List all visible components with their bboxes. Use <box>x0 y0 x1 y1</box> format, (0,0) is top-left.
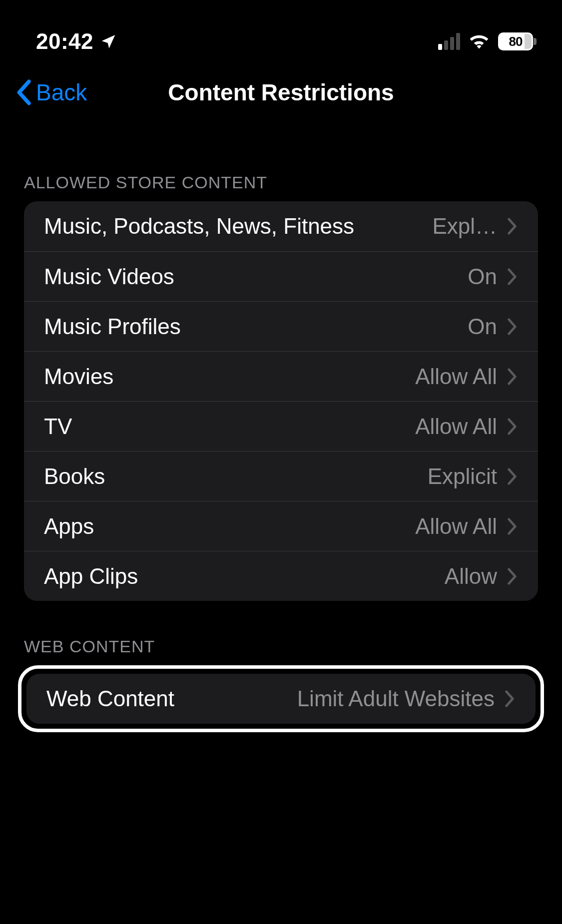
row-value: Allow All <box>415 364 497 389</box>
row-music-podcasts-news-fitness[interactable]: Music, Podcasts, News, Fitness Expl… <box>24 201 538 251</box>
row-label: TV <box>44 414 72 439</box>
nav-header: Back Content Restrictions <box>0 60 562 125</box>
chevron-right-icon <box>506 317 518 336</box>
row-value: Expl… <box>432 214 497 239</box>
group-store: Music, Podcasts, News, Fitness Expl… Mus… <box>24 201 538 601</box>
row-apps[interactable]: Apps Allow All <box>24 501 538 551</box>
section-header-web: WEB CONTENT <box>0 601 562 665</box>
row-label: Movies <box>44 364 113 389</box>
row-label: Music Videos <box>44 264 174 289</box>
row-value: Limit Adult Websites <box>297 686 495 711</box>
row-value: Allow <box>445 564 497 589</box>
row-tv[interactable]: TV Allow All <box>24 401 538 451</box>
row-movies[interactable]: Movies Allow All <box>24 351 538 401</box>
battery-level: 80 <box>509 34 523 49</box>
row-music-videos[interactable]: Music Videos On <box>24 251 538 301</box>
chevron-right-icon <box>506 417 518 436</box>
battery-icon: 80 <box>498 32 533 50</box>
row-web-content[interactable]: Web Content Limit Adult Websites <box>26 674 536 724</box>
back-button[interactable]: Back <box>0 79 87 106</box>
row-books[interactable]: Books Explicit <box>24 451 538 501</box>
status-bar: 20:42 80 <box>0 0 562 60</box>
row-music-profiles[interactable]: Music Profiles On <box>24 301 538 351</box>
chevron-right-icon <box>506 467 518 486</box>
highlighted-group-web: Web Content Limit Adult Websites <box>18 665 544 732</box>
row-app-clips[interactable]: App Clips Allow <box>24 551 538 601</box>
wifi-icon <box>468 32 490 51</box>
row-label: Music Profiles <box>44 314 181 339</box>
row-label: Music, Podcasts, News, Fitness <box>44 214 354 239</box>
chevron-right-icon <box>506 517 518 536</box>
group-web: Web Content Limit Adult Websites <box>26 674 536 724</box>
chevron-left-icon <box>15 79 32 105</box>
chevron-right-icon <box>504 689 516 708</box>
row-value: On <box>468 314 497 339</box>
status-left: 20:42 <box>36 29 116 54</box>
row-value: Allow All <box>415 414 497 439</box>
row-label: Web Content <box>46 686 174 711</box>
section-header-store: ALLOWED STORE CONTENT <box>0 125 562 201</box>
row-label: Apps <box>44 514 94 539</box>
row-value: Explicit <box>428 464 497 489</box>
row-value: On <box>468 264 497 289</box>
chevron-right-icon <box>506 217 518 236</box>
chevron-right-icon <box>506 367 518 386</box>
location-icon <box>100 29 116 54</box>
chevron-right-icon <box>506 267 518 286</box>
status-time: 20:42 <box>36 29 93 54</box>
status-right: 80 <box>438 32 533 51</box>
cellular-icon <box>438 33 460 50</box>
back-label: Back <box>36 79 87 106</box>
row-label: Books <box>44 464 105 489</box>
chevron-right-icon <box>506 567 518 586</box>
row-value: Allow All <box>415 514 497 539</box>
row-label: App Clips <box>44 564 138 589</box>
